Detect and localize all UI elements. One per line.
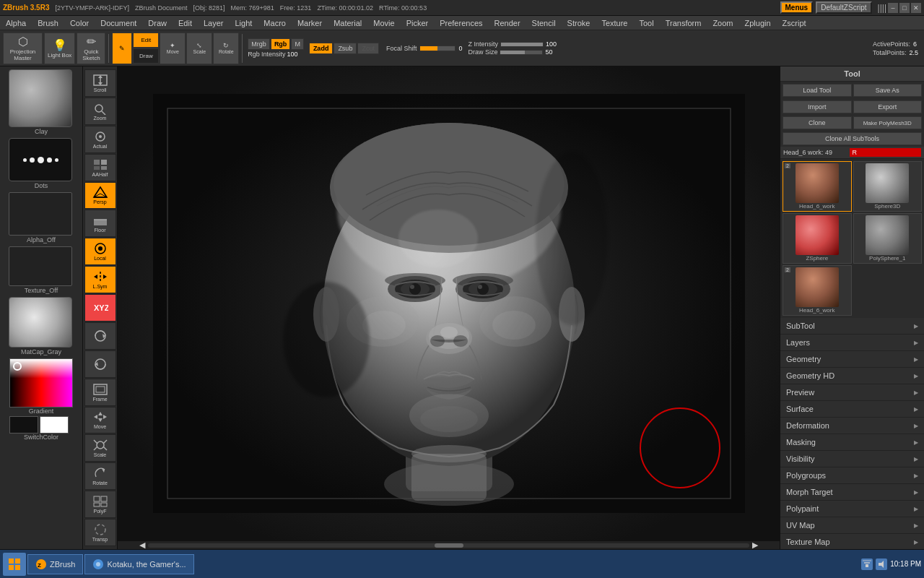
- texture-map-section[interactable]: Texture Map ▶: [780, 534, 924, 549]
- r-button[interactable]: R: [850, 148, 922, 157]
- menu-marker[interactable]: Marker: [295, 18, 325, 28]
- menu-render[interactable]: Render: [492, 18, 523, 28]
- menu-macro[interactable]: Macro: [261, 18, 289, 28]
- menu-texture[interactable]: Texture: [598, 18, 630, 28]
- quick-sketch-button[interactable]: ✏ Quick Sketch: [77, 33, 105, 64]
- subtool-sphere3d[interactable]: Sphere3D: [853, 161, 923, 212]
- move-button[interactable]: ✦ Move: [160, 33, 186, 64]
- rotate-button[interactable]: ↻ Rotate: [213, 33, 239, 64]
- scale-nav-button[interactable]: Scale: [84, 434, 116, 462]
- polypaint-section[interactable]: Polypaint ▶: [780, 501, 924, 517]
- menu-zoom[interactable]: Zoom: [710, 18, 736, 28]
- menu-document[interactable]: Document: [97, 18, 139, 28]
- deformation-section[interactable]: Deformation ▶: [780, 418, 924, 434]
- menu-edit[interactable]: Edit: [175, 18, 195, 28]
- menu-light[interactable]: Light: [232, 18, 256, 28]
- edit-button[interactable]: Edit: [133, 33, 159, 48]
- clone-all-button[interactable]: Clone All SubTools: [783, 132, 922, 145]
- draw-button[interactable]: Draw: [133, 48, 159, 64]
- swatch-white[interactable]: [40, 416, 69, 434]
- menu-alpha[interactable]: Alpha: [3, 18, 29, 28]
- menu-draw[interactable]: Draw: [145, 18, 170, 28]
- menu-stencil[interactable]: Stencil: [529, 18, 559, 28]
- local-button[interactable]: Local: [84, 238, 116, 265]
- rgb-button[interactable]: Rgb: [271, 38, 291, 50]
- menu-preferences[interactable]: Preferences: [437, 18, 485, 28]
- export-button[interactable]: Export: [853, 100, 923, 113]
- m-button[interactable]: M: [291, 38, 304, 50]
- floor-button[interactable]: Floor: [84, 210, 116, 237]
- visibility-section[interactable]: Visibility ▶: [780, 451, 924, 467]
- menu-tool[interactable]: Tool: [636, 18, 656, 28]
- layers-section[interactable]: Layers ▶: [780, 335, 924, 351]
- aahalf-button[interactable]: AAHalf: [84, 154, 116, 181]
- menu-zplugin[interactable]: Zplugin: [742, 18, 774, 28]
- scale-button[interactable]: ⤡ Scale: [186, 33, 212, 64]
- import-button[interactable]: Import: [783, 100, 852, 113]
- polyf-button[interactable]: PolyF: [84, 491, 116, 518]
- subtool-head-active[interactable]: 2 Head_6_work: [783, 161, 852, 212]
- draw-size-slider[interactable]: [500, 50, 543, 55]
- menu-transform[interactable]: Transform: [663, 18, 705, 28]
- lsym-button[interactable]: L.Sym: [84, 266, 116, 293]
- scroll-button[interactable]: Scroll: [84, 69, 116, 97]
- z-intensity-slider[interactable]: [500, 42, 544, 47]
- maximize-button[interactable]: □: [899, 3, 910, 13]
- menu-zscript[interactable]: Zscript: [780, 18, 809, 28]
- rotate-y-button[interactable]: [84, 350, 116, 378]
- make-polymesh-button[interactable]: Make PolyMesh3D: [853, 116, 923, 129]
- texture-preview[interactable]: Texture_Off: [9, 246, 74, 294]
- subtool-zsphere[interactable]: ZSphere: [783, 213, 852, 264]
- masking-section[interactable]: Masking ▶: [780, 434, 924, 451]
- subtool-head-2[interactable]: 2 Head_6_work: [783, 265, 852, 316]
- clone-button[interactable]: Clone: [783, 116, 852, 129]
- xyz-button[interactable]: XYZ: [84, 294, 116, 322]
- surface-section[interactable]: Surface ▶: [780, 401, 924, 418]
- scroll-track[interactable]: [148, 543, 749, 548]
- persp-button[interactable]: Persp: [84, 182, 116, 210]
- menu-layer[interactable]: Layer: [201, 18, 227, 28]
- canvas-scroll-bar[interactable]: ◀ ▶: [118, 540, 780, 549]
- clay-sphere[interactable]: [9, 69, 72, 127]
- swatch-black[interactable]: [9, 416, 38, 434]
- actual-button[interactable]: Actual: [84, 126, 116, 153]
- light-box-button[interactable]: 💡 Light Box: [44, 33, 75, 64]
- move-nav-button[interactable]: Move: [84, 407, 116, 434]
- scroll-thumb[interactable]: [435, 543, 463, 548]
- mrgb-button[interactable]: Mrgb: [248, 38, 270, 50]
- menus-button[interactable]: Menus: [780, 1, 814, 14]
- focal-shift-slider[interactable]: [419, 46, 456, 51]
- zsub-button[interactable]: Zsub: [334, 43, 357, 54]
- rotate-nav-button[interactable]: Rotate: [84, 462, 116, 490]
- menu-material[interactable]: Material: [331, 18, 365, 28]
- zadd-button[interactable]: Zadd: [309, 43, 334, 54]
- menu-picker[interactable]: Picker: [404, 18, 432, 28]
- polygroups-section[interactable]: Polygroups ▶: [780, 467, 924, 484]
- switch-color-button[interactable]: SwitchColor: [9, 434, 73, 441]
- minimize-button[interactable]: –: [888, 3, 898, 13]
- canvas-viewport[interactable]: [118, 66, 780, 540]
- rotate-x-button[interactable]: [84, 322, 116, 350]
- matcap-preview[interactable]: MatCap_Gray: [9, 297, 74, 355]
- clay-brush-preview[interactable]: Clay: [9, 69, 74, 135]
- menu-stroke[interactable]: Stroke: [565, 18, 593, 28]
- transp-button[interactable]: Transp: [84, 519, 116, 546]
- menu-brush[interactable]: Brush: [35, 18, 61, 28]
- taskbar-browser[interactable]: Kotaku, the Gamer's...: [84, 554, 193, 574]
- default-script-button[interactable]: DefaultZScript: [816, 1, 871, 14]
- menu-movie[interactable]: Movie: [370, 18, 397, 28]
- color-gradient[interactable]: [9, 358, 73, 407]
- close-button[interactable]: ✕: [911, 3, 921, 13]
- menu-color[interactable]: Color: [67, 18, 92, 28]
- frame-button[interactable]: Frame: [84, 379, 116, 406]
- alpha-preview[interactable]: Alpha_Off: [9, 192, 74, 243]
- draw-mode-button[interactable]: ✎: [112, 33, 132, 64]
- geometry-hd-section[interactable]: Geometry HD ▶: [780, 368, 924, 384]
- subtool-polysphere[interactable]: PolySphere_1: [853, 213, 923, 264]
- preview-section[interactable]: Preview ▶: [780, 384, 924, 401]
- projection-master-button[interactable]: ⬡ Projection Master: [3, 33, 43, 64]
- start-button[interactable]: [3, 553, 26, 576]
- zoom-button[interactable]: Zoom: [84, 98, 116, 125]
- uv-map-section[interactable]: UV Map ▶: [780, 517, 924, 534]
- morph-target-section[interactable]: Morph Target ▶: [780, 484, 924, 501]
